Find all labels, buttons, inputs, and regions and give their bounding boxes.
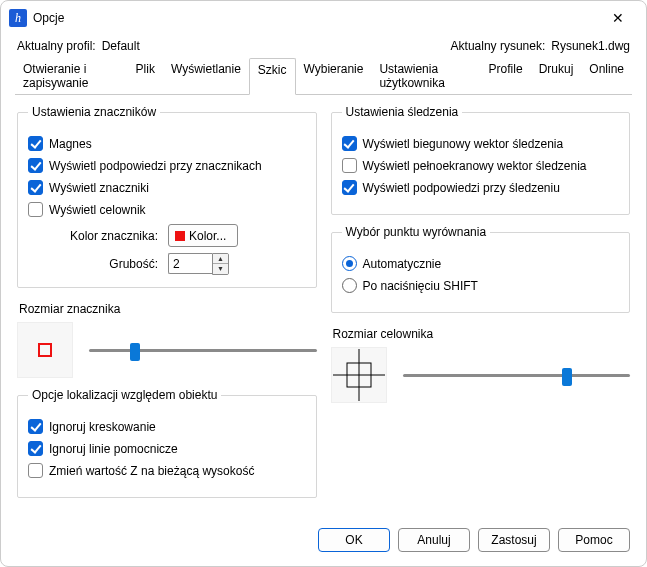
marker-size-preview [17,322,73,378]
apply-button[interactable]: Zastosuj [478,528,550,552]
ignore-hatch-label: Ignoruj kreskowanie [49,420,156,434]
tracking-tips-checkbox[interactable] [342,180,357,195]
current-drawing-value: Rysunek1.dwg [551,39,630,53]
app-icon: h [9,9,27,27]
tab-selection[interactable]: Wybieranie [296,58,372,95]
ignore-guides-checkbox[interactable] [28,441,43,456]
polar-checkbox[interactable] [342,136,357,151]
show-markers-label: Wyświetl znaczniki [49,181,149,195]
fullscreen-label: Wyświetl pełnoekranowy wektor śledzenia [363,159,587,173]
ok-button[interactable]: OK [318,528,390,552]
object-loc-group: Opcje lokalizacji względem obiektu Ignor… [17,388,317,498]
tab-profiles[interactable]: Profile [481,58,531,95]
marker-size-label: Rozmiar znacznika [17,302,317,316]
crosshair-size-slider[interactable] [403,365,631,385]
marker-settings-legend: Ustawienia znaczników [28,105,160,119]
tab-online[interactable]: Online [581,58,632,95]
tab-print[interactable]: Drukuj [531,58,582,95]
spin-up-icon[interactable]: ▲ [213,254,228,264]
show-crosshair-label: Wyświetl celownik [49,203,146,217]
tab-open-save[interactable]: Otwieranie i zapisywanie [15,58,128,95]
marker-size-slider[interactable] [89,340,317,360]
replace-z-label: Zmień wartość Z na bieżącą wysokość [49,464,254,478]
tab-file[interactable]: Plik [128,58,163,95]
align-point-group: Wybór punktu wyrównania Automatycznie Po… [331,225,631,313]
crosshair-size-group: Rozmiar celownika [331,327,631,403]
tab-bar: Otwieranie i zapisywanie Plik Wyświetlan… [1,57,646,94]
magnet-label: Magnes [49,137,92,151]
current-profile-label: Aktualny profil: [17,39,96,53]
current-profile-value: Default [102,39,140,53]
show-markers-checkbox[interactable] [28,180,43,195]
tab-sketch[interactable]: Szkic [249,58,296,95]
marker-color-button[interactable]: Kolor... [168,224,238,247]
shift-radio[interactable] [342,278,357,293]
object-loc-legend: Opcje lokalizacji względem obiektu [28,388,221,402]
cancel-button[interactable]: Anuluj [398,528,470,552]
marker-size-group: Rozmiar znacznika [17,302,317,378]
shift-label: Po naciśnięciu SHIFT [363,279,478,293]
show-crosshair-checkbox[interactable] [28,202,43,217]
crosshair-size-label: Rozmiar celownika [331,327,631,341]
show-tips-label: Wyświetl podpowiedzi przy znacznikach [49,159,262,173]
close-icon[interactable]: ✕ [598,3,638,33]
tracking-legend: Ustawienia śledzenia [342,105,463,119]
tab-display[interactable]: Wyświetlanie [163,58,249,95]
auto-label: Automatycznie [363,257,442,271]
show-tips-checkbox[interactable] [28,158,43,173]
ignore-guides-label: Ignoruj linie pomocnicze [49,442,178,456]
polar-label: Wyświetl biegunowy wektor śledzenia [363,137,564,151]
auto-radio[interactable] [342,256,357,271]
magnet-checkbox[interactable] [28,136,43,151]
thickness-label: Grubość: [58,257,158,271]
tracking-tips-label: Wyświetl podpowiedzi przy śledzeniu [363,181,560,195]
marker-settings-group: Ustawienia znaczników Magnes Wyświetl po… [17,105,317,288]
dialog-footer: OK Anuluj Zastosuj Pomoc [1,520,646,566]
thickness-stepper[interactable]: ▲▼ [168,253,229,275]
fullscreen-checkbox[interactable] [342,158,357,173]
profile-row: Aktualny profil: Default Aktualny rysune… [1,35,646,57]
color-swatch-icon [175,231,185,241]
window-title: Opcje [33,11,64,25]
tab-user-settings[interactable]: Ustawienia użytkownika [371,58,480,95]
spin-down-icon[interactable]: ▼ [213,264,228,274]
thickness-input[interactable] [168,253,212,274]
tracking-group: Ustawienia śledzenia Wyświetl biegunowy … [331,105,631,215]
options-dialog: h Opcje ✕ Aktualny profil: Default Aktua… [0,0,647,567]
help-button[interactable]: Pomoc [558,528,630,552]
marker-color-label: Kolor znacznika: [58,229,158,243]
align-point-legend: Wybór punktu wyrównania [342,225,491,239]
replace-z-checkbox[interactable] [28,463,43,478]
titlebar: h Opcje ✕ [1,1,646,35]
crosshair-preview [331,347,387,403]
crosshair-icon [333,349,385,401]
current-drawing-label: Aktualny rysunek: [451,39,546,53]
marker-preview-icon [38,343,52,357]
ignore-hatch-checkbox[interactable] [28,419,43,434]
